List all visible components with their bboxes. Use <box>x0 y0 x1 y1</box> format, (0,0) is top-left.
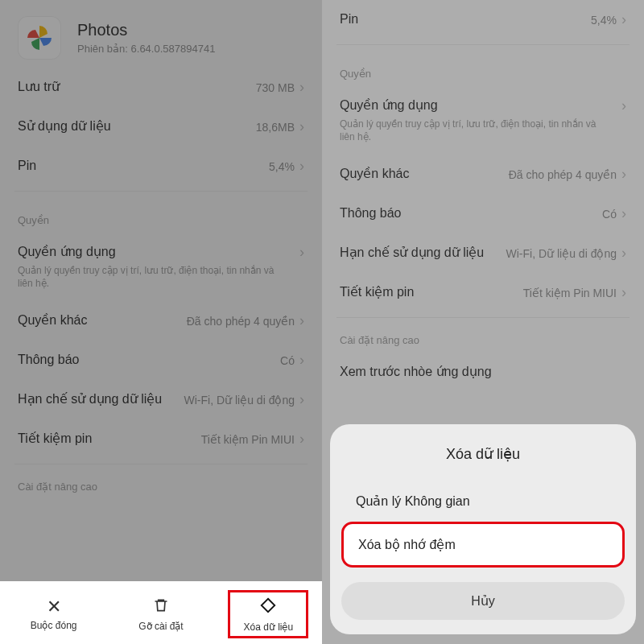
chevron-right-icon: › <box>299 312 304 329</box>
right-screenshot: Pin 5,4%› Quyền Quyền ứng dụng › Quản lý… <box>322 0 644 644</box>
google-photos-icon <box>23 22 56 54</box>
chevron-right-icon: › <box>299 79 304 96</box>
close-icon: ✕ <box>47 597 61 617</box>
clear-cache-option[interactable]: Xóa bộ nhớ đệm <box>341 522 625 568</box>
row-notifications[interactable]: Thông báo Có› <box>336 194 630 233</box>
chevron-right-icon: › <box>621 11 626 28</box>
row-other-permissions[interactable]: Quyền khác Đã cho phép 4 quyền› <box>336 155 630 194</box>
app-header: Photos Phiên bản: 6.64.0.587894741 <box>0 0 322 68</box>
section-permissions: Quyền <box>14 196 308 233</box>
chevron-right-icon: › <box>299 391 304 408</box>
chevron-right-icon: › <box>299 431 304 448</box>
clear-data-sheet: Xóa dữ liệu Quản lý Không gian Xóa bộ nh… <box>330 424 636 634</box>
app-title: Photos <box>77 21 215 39</box>
row-battery[interactable]: Pin 5,4%› <box>336 0 630 39</box>
row-app-permissions[interactable]: Quyền ứng dụng › Quản lý quyền truy cập … <box>336 86 630 155</box>
chevron-right-icon: › <box>299 158 304 175</box>
chevron-right-icon: › <box>299 352 304 369</box>
chevron-right-icon: › <box>299 118 304 135</box>
chevron-right-icon: › <box>621 284 626 301</box>
app-version: Phiên bản: 6.64.0.587894741 <box>77 43 215 55</box>
divider <box>14 464 308 464</box>
row-notifications[interactable]: Thông báo Có› <box>14 341 308 380</box>
row-battery-saver[interactable]: Tiết kiệm pin Tiết kiệm Pin MIUI› <box>336 273 630 312</box>
section-advanced: Cài đặt nâng cao <box>336 323 630 353</box>
clear-data-button[interactable]: Xóa dữ liệu <box>228 590 308 638</box>
row-data-limit[interactable]: Hạn chế sử dụng dữ liệu Wi-Fi, Dữ liệu d… <box>336 233 630 273</box>
row-data-usage[interactable]: Sử dụng dữ liệu 18,6MB› <box>14 107 308 147</box>
chevron-right-icon: › <box>621 166 626 183</box>
divider <box>14 191 308 192</box>
row-blur-preview[interactable]: Xem trước nhòe ứng dụng <box>336 353 630 392</box>
row-storage[interactable]: Lưu trữ 730 MB› <box>14 68 308 107</box>
chevron-right-icon: › <box>299 244 304 261</box>
row-data-limit[interactable]: Hạn chế sử dụng dữ liệu Wi-Fi, Dữ liệu d… <box>14 380 308 419</box>
row-battery[interactable]: Pin 5,4%› <box>14 147 308 186</box>
row-battery-saver[interactable]: Tiết kiệm pin Tiết kiệm Pin MIUI› <box>14 419 308 459</box>
sheet-title: Xóa dữ liệu <box>341 437 625 481</box>
eraser-icon <box>259 597 277 618</box>
trash-icon <box>153 597 169 617</box>
section-advanced: Cài đặt nâng cao <box>14 469 308 499</box>
app-icon <box>18 16 61 60</box>
row-other-permissions[interactable]: Quyền khác Đã cho phép 4 quyền› <box>14 301 308 341</box>
chevron-right-icon: › <box>621 205 626 222</box>
divider <box>336 317 630 318</box>
manage-space-option[interactable]: Quản lý Không gian <box>341 481 625 522</box>
row-app-permissions[interactable]: Quyền ứng dụng › Quản lý quyền truy cập … <box>14 233 308 301</box>
uninstall-button[interactable]: Gỡ cài đặt <box>121 590 201 638</box>
section-permissions: Quyền <box>336 50 630 86</box>
left-screenshot: Photos Phiên bản: 6.64.0.587894741 Lưu t… <box>0 0 322 644</box>
cancel-button[interactable]: Hủy <box>341 582 625 620</box>
force-stop-button[interactable]: ✕ Buộc đóng <box>14 590 94 638</box>
chevron-right-icon: › <box>621 245 626 262</box>
divider <box>336 44 630 45</box>
bottom-action-bar: ✕ Buộc đóng Gỡ cài đặt Xóa dữ liệu <box>0 581 322 644</box>
chevron-right-icon: › <box>621 97 626 114</box>
